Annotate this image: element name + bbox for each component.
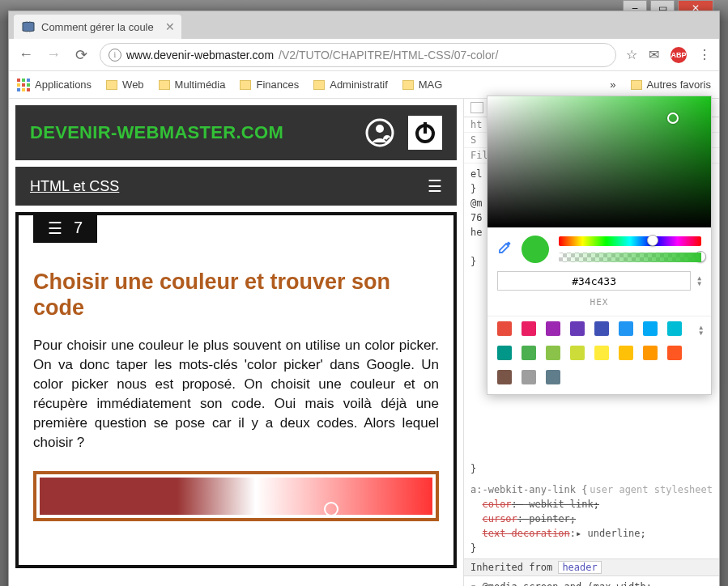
inherit-label: Inherited from xyxy=(470,562,552,573)
alpha-slider[interactable] xyxy=(559,253,701,262)
folder-icon xyxy=(106,80,117,90)
color-swatch[interactable] xyxy=(522,346,536,360)
bookmark-label: MAG xyxy=(419,79,443,91)
brace: } xyxy=(464,458,719,479)
picker-handle-icon[interactable] xyxy=(324,502,338,516)
power-icon[interactable] xyxy=(408,116,442,150)
sv-handle-icon[interactable] xyxy=(667,113,679,124)
folder-icon xyxy=(313,80,325,90)
inherited-from-bar: Inherited from header xyxy=(464,558,719,576)
browser-window: Comment gérer la coule ✕ ← → ⟳ i www.dev… xyxy=(8,11,720,586)
color-swatch[interactable] xyxy=(497,321,512,336)
url-input[interactable]: i www.devenir-webmaster.com/V2/TUTO/CHAP… xyxy=(100,43,616,67)
color-swatch[interactable] xyxy=(570,346,585,360)
ua-stylesheet-label: user agent stylesheet xyxy=(590,482,713,497)
saturation-value-field[interactable] xyxy=(487,96,711,227)
format-toggle[interactable]: ▲▼ xyxy=(697,275,701,287)
bookmarks-overflow[interactable]: » xyxy=(610,79,615,91)
color-swatch[interactable] xyxy=(497,370,512,384)
color-swatch[interactable] xyxy=(594,346,609,360)
section-bar: HTML et CSS ☰ xyxy=(15,167,457,206)
css-fragment: he xyxy=(470,227,482,238)
color-swatch[interactable] xyxy=(570,321,585,336)
site-brand[interactable]: DEVENIR-WEBMASTER.COM xyxy=(30,122,283,143)
slider-handle-icon[interactable] xyxy=(647,235,658,246)
adblock-icon[interactable]: ABP xyxy=(671,47,687,63)
tab-title: Comment gérer la coule xyxy=(41,21,154,33)
selector: el xyxy=(470,168,482,180)
hex-input[interactable] xyxy=(497,271,691,291)
color-swatch[interactable] xyxy=(643,321,658,336)
folder-icon xyxy=(240,80,251,90)
reload-button[interactable]: ⟳ xyxy=(72,46,90,64)
color-swatch[interactable] xyxy=(522,370,536,384)
css-property[interactable]: text-decoration:▸ underline; xyxy=(470,526,713,541)
css-property[interactable]: cursor: pointer; xyxy=(470,512,713,526)
close-icon[interactable]: ✕ xyxy=(165,20,175,33)
section-link[interactable]: HTML et CSS xyxy=(30,178,119,195)
color-swatch[interactable] xyxy=(497,346,512,360)
current-color-swatch xyxy=(522,236,549,263)
book-icon xyxy=(22,20,35,33)
chapter-badge[interactable]: ☰ 7 xyxy=(33,214,97,243)
bookmark-folder[interactable]: Web xyxy=(106,79,144,91)
svg-rect-4 xyxy=(424,122,427,134)
color-picker-popup: ▲▼ HEX ▲▼ xyxy=(487,96,712,395)
paragraph: Pour choisir une couleur le plus souvent… xyxy=(33,336,439,453)
bookmark-label: Multimédia xyxy=(175,79,226,91)
bookmark-folder[interactable]: Finances xyxy=(240,79,299,91)
color-swatch[interactable] xyxy=(619,346,633,360)
folder-icon xyxy=(631,80,642,90)
bookmark-folder[interactable]: Administratif xyxy=(313,79,388,91)
bookmark-folder[interactable]: MAG xyxy=(402,79,443,91)
eyedropper-icon[interactable] xyxy=(497,240,512,258)
bookmark-folder[interactable]: Multimédia xyxy=(159,79,226,91)
color-swatch[interactable] xyxy=(619,321,633,336)
color-swatch[interactable] xyxy=(546,370,560,384)
tab-strip: Comment gérer la coule ✕ xyxy=(9,11,719,39)
devtools-panel: ht S Filt el } @m 76 he } xyxy=(464,99,719,586)
page-title: Choisir une couleur et trouver son code xyxy=(33,269,439,321)
color-swatch[interactable] xyxy=(546,346,560,360)
css-fragment: 76 xyxy=(470,212,482,223)
back-button[interactable]: ← xyxy=(17,46,35,64)
gmail-icon[interactable]: ✉ xyxy=(649,47,659,62)
css-property[interactable]: color: -webkit-link; xyxy=(470,497,713,512)
palette-toggle[interactable]: ▲▼ xyxy=(699,325,703,336)
color-swatch[interactable] xyxy=(594,321,609,336)
css-fragment: @m xyxy=(470,197,482,209)
bookmarks-bar: Applications Web Multimédia Finances Adm… xyxy=(9,71,719,99)
expand-icon[interactable]: ▾ xyxy=(470,581,476,586)
bookmark-star-icon[interactable]: ☆ xyxy=(626,47,637,62)
color-swatches: ▲▼ xyxy=(487,316,711,394)
color-swatch[interactable] xyxy=(546,321,560,336)
bookmark-label: Finances xyxy=(256,79,299,91)
embedded-color-picker[interactable] xyxy=(33,471,439,521)
folder-icon xyxy=(159,80,170,90)
color-swatch[interactable] xyxy=(667,321,682,336)
other-bookmarks[interactable]: Autres favoris xyxy=(631,79,711,91)
menu-icon[interactable]: ☰ xyxy=(428,176,442,196)
slider-handle-icon[interactable] xyxy=(695,251,706,262)
apps-shortcut[interactable]: Applications xyxy=(17,79,92,91)
color-swatch[interactable] xyxy=(643,346,658,360)
apps-label: Applications xyxy=(35,79,92,91)
hue-slider[interactable] xyxy=(559,236,701,246)
user-icon[interactable] xyxy=(363,116,397,150)
article: ☰ 7 Choisir une couleur et trouver son c… xyxy=(15,212,457,568)
expand-icon[interactable]: ▸ xyxy=(576,528,581,539)
forward-button[interactable]: → xyxy=(45,46,62,64)
chapter-number: 7 xyxy=(74,219,83,238)
toc-icon: ☰ xyxy=(48,219,62,238)
inspect-icon[interactable] xyxy=(470,102,483,113)
apps-icon xyxy=(17,79,30,91)
site-info-icon[interactable]: i xyxy=(109,49,121,62)
svg-point-1 xyxy=(376,125,384,133)
color-swatch[interactable] xyxy=(667,346,682,360)
media-rule: @media screen and (max-width: xyxy=(482,581,652,586)
inherit-source-tag[interactable]: header xyxy=(558,561,601,574)
browser-tab[interactable]: Comment gérer la coule ✕ xyxy=(14,15,181,39)
browser-menu-icon[interactable]: ⋮ xyxy=(698,47,711,62)
color-swatch[interactable] xyxy=(522,321,536,336)
gradient-field[interactable] xyxy=(40,478,432,515)
